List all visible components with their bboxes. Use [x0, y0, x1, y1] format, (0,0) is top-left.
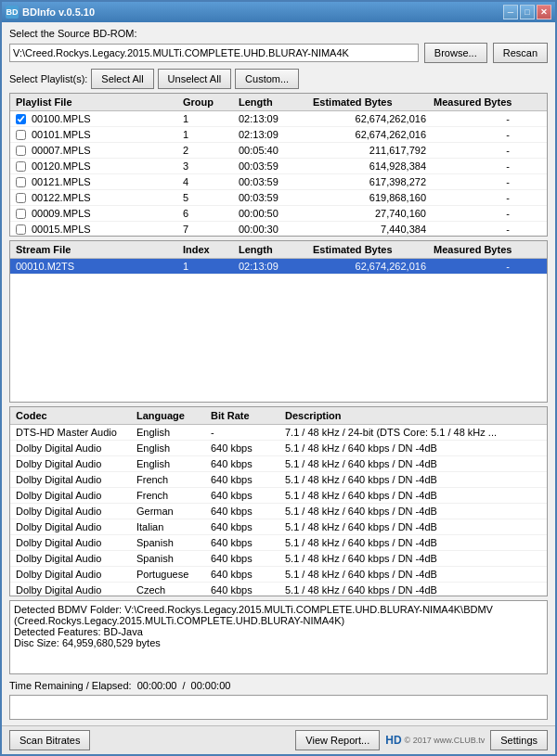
codec-cell-language: Portuguese: [135, 568, 209, 581]
codec-cell-language: Spanish: [135, 552, 209, 565]
codec-cell-desc: 5.1 / 48 kHz / 640 kbps / DN -4dB: [283, 568, 543, 581]
codec-cell-codec: Dolby Digital Audio: [14, 473, 135, 486]
playlist-checkbox[interactable]: [16, 177, 26, 187]
codec-row[interactable]: Dolby Digital Audio Italian 640 kbps 5.1…: [10, 519, 547, 535]
playlist-col-meas: Measured Bytes: [432, 96, 515, 109]
titlebar: BD BDInfo v.0.5.10 ─ □ ✕: [2, 2, 555, 22]
playlist-checkbox[interactable]: [16, 130, 26, 140]
stream-cell-length: 02:13:09: [237, 260, 311, 273]
codec-cell-bitrate: 640 kbps: [209, 568, 283, 581]
browse-button[interactable]: Browse...: [424, 43, 487, 63]
playlist-row[interactable]: 00120.MPLS 3 00:03:59 614,928,384 -: [10, 159, 547, 174]
stream-header: Stream File Index Length Estimated Bytes…: [10, 241, 547, 259]
playlist-cell-length: 00:03:59: [237, 160, 311, 173]
log-line: (Creed.Rockys.Legacy.2015.MULTi.COMPLETE…: [14, 615, 543, 626]
playlist-cell-est: 211,617,792: [311, 144, 432, 157]
main-window: BD BDInfo v.0.5.10 ─ □ ✕ Select the Sour…: [0, 0, 557, 756]
close-button[interactable]: ✕: [537, 5, 551, 19]
playlist-row[interactable]: 00015.MPLS 7 00:00:30 7,440,384 -: [10, 222, 547, 236]
codec-cell-bitrate: 640 kbps: [209, 583, 283, 596]
log-panel: Detected BDMV Folder: V:\Creed.Rockys.Le…: [9, 600, 548, 674]
custom-button[interactable]: Custom...: [235, 69, 299, 89]
codec-cell-desc: 5.1 / 48 kHz / 640 kbps / DN -4dB: [283, 457, 543, 470]
minimize-button[interactable]: ─: [503, 5, 518, 19]
titlebar-controls: ─ □ ✕: [503, 5, 551, 19]
scan-bitrates-button[interactable]: Scan Bitrates: [9, 730, 90, 750]
codec-row[interactable]: Dolby Digital Audio English 640 kbps 5.1…: [10, 456, 547, 472]
codec-cell-codec: Dolby Digital Audio: [14, 457, 135, 470]
codec-cell-desc: 5.1 / 48 kHz / 640 kbps / DN -4dB: [283, 552, 543, 565]
codec-row[interactable]: Dolby Digital Audio French 640 kbps 5.1 …: [10, 472, 547, 488]
playlist-row[interactable]: 00100.MPLS 1 02:13:09 62,674,262,016 -: [10, 111, 547, 127]
main-content: Select the Source BD-ROM: Browse... Resc…: [2, 22, 555, 725]
playlist-cell-file: 00100.MPLS: [14, 112, 181, 125]
playlist-row[interactable]: 00101.MPLS 1 02:13:09 62,674,262,016 -: [10, 127, 547, 143]
codec-cell-desc: 5.1 / 48 kHz / 640 kbps / DN -4dB: [283, 520, 543, 533]
playlist-checkbox[interactable]: [16, 193, 26, 203]
unselect-all-button[interactable]: Unselect All: [158, 69, 231, 89]
playlist-row[interactable]: 00009.MPLS 6 00:00:50 27,740,160 -: [10, 206, 547, 222]
playlist-checkbox[interactable]: [16, 209, 26, 219]
playlist-controls-row: Select Playlist(s): Select All Unselect …: [9, 69, 548, 89]
codec-cell-language: English: [135, 442, 209, 455]
source-path-input[interactable]: [9, 44, 419, 62]
codec-cell-codec: Dolby Digital Audio: [14, 505, 135, 518]
codec-row[interactable]: Dolby Digital Audio Spanish 640 kbps 5.1…: [10, 551, 547, 567]
codec-body[interactable]: DTS-HD Master Audio English - 7.1 / 48 k…: [10, 425, 547, 596]
codec-cell-bitrate: -: [209, 426, 283, 439]
playlist-cell-group: 1: [181, 128, 237, 141]
view-report-button[interactable]: View Report...: [295, 730, 380, 750]
logo-area: HD © 2017 www.CLUB.tv: [385, 734, 485, 747]
stream-panel: Stream File Index Length Estimated Bytes…: [9, 240, 548, 403]
stream-cell-scroll: [515, 260, 534, 273]
codec-panel: Codec Language Bit Rate Description DTS-…: [9, 406, 548, 596]
codec-cell-bitrate: 640 kbps: [209, 552, 283, 565]
codec-row[interactable]: Dolby Digital Audio Czech 640 kbps 5.1 /…: [10, 583, 547, 596]
playlist-row[interactable]: 00007.MPLS 2 00:05:40 211,617,792 -: [10, 143, 547, 159]
playlist-col-est: Estimated Bytes: [311, 96, 432, 109]
playlist-checkbox[interactable]: [16, 161, 26, 172]
codec-row[interactable]: Dolby Digital Audio French 640 kbps 5.1 …: [10, 488, 547, 504]
logo-subtext: © 2017 www.CLUB.tv: [405, 736, 486, 745]
playlist-cell-length: 00:03:59: [237, 191, 311, 204]
codec-cell-desc: 5.1 / 48 kHz / 640 kbps / DN -4dB: [283, 583, 543, 596]
stream-col-est: Estimated Bytes: [311, 243, 432, 256]
playlist-cell-length: 00:03:59: [237, 175, 311, 188]
codec-cell-language: English: [135, 426, 209, 439]
playlist-checkbox[interactable]: [16, 114, 26, 124]
codec-cell-desc: 5.1 / 48 kHz / 640 kbps / DN -4dB: [283, 473, 543, 486]
playlist-cell-est: 617,398,272: [311, 175, 432, 188]
stream-body[interactable]: 00010.M2TS 1 02:13:09 62,674,262,016 -: [10, 259, 547, 402]
codec-row[interactable]: Dolby Digital Audio Portuguese 640 kbps …: [10, 567, 547, 583]
playlist-panel: Playlist File Group Length Estimated Byt…: [9, 93, 548, 237]
maximize-button[interactable]: □: [520, 5, 535, 19]
titlebar-left: BD BDInfo v.0.5.10: [6, 6, 95, 19]
stream-cell-file: 00010.M2TS: [14, 260, 181, 273]
settings-button[interactable]: Settings: [490, 730, 548, 750]
codec-col-desc: Description: [283, 409, 543, 422]
codec-row[interactable]: DTS-HD Master Audio English - 7.1 / 48 k…: [10, 425, 547, 441]
playlist-row[interactable]: 00121.MPLS 4 00:03:59 617,398,272 -: [10, 174, 547, 190]
rescan-button[interactable]: Rescan: [493, 43, 548, 63]
progress-label: Time Remaining / Elapsed:: [9, 680, 132, 691]
playlist-body[interactable]: 00100.MPLS 1 02:13:09 62,674,262,016 - 0…: [10, 111, 547, 236]
playlist-cell-scroll: [515, 207, 534, 220]
stream-col-meas: Measured Bytes: [432, 243, 515, 256]
codec-col-language: Language: [135, 409, 209, 422]
playlist-cell-group: 3: [181, 160, 237, 173]
playlist-cell-file: 00122.MPLS: [14, 191, 181, 204]
codec-row[interactable]: Dolby Digital Audio German 640 kbps 5.1 …: [10, 504, 547, 519]
stream-row[interactable]: 00010.M2TS 1 02:13:09 62,674,262,016 -: [10, 259, 547, 275]
codec-row[interactable]: Dolby Digital Audio English 640 kbps 5.1…: [10, 441, 547, 456]
codec-row[interactable]: Dolby Digital Audio Spanish 640 kbps 5.1…: [10, 535, 547, 551]
playlist-cell-group: 7: [181, 223, 237, 236]
codec-col-codec: Codec: [14, 409, 135, 422]
select-all-button[interactable]: Select All: [91, 69, 153, 89]
playlist-checkbox[interactable]: [16, 146, 26, 156]
stream-col-index: Index: [181, 243, 237, 256]
progress-area: Time Remaining / Elapsed: 00:00:00 / 00:…: [9, 680, 548, 691]
playlist-row[interactable]: 00122.MPLS 5 00:03:59 619,868,160 -: [10, 190, 547, 206]
playlist-checkbox[interactable]: [16, 224, 26, 235]
codec-cell-bitrate: 640 kbps: [209, 457, 283, 470]
playlist-cell-scroll: [515, 144, 534, 157]
